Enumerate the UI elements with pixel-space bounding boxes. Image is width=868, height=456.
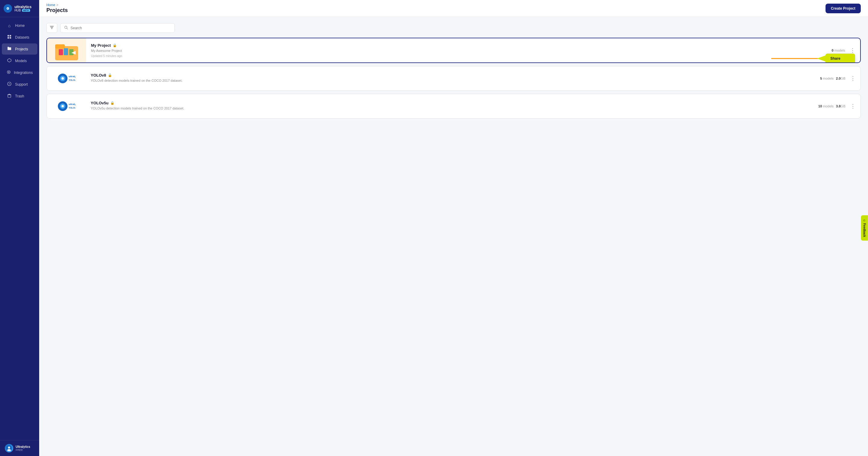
feedback-tab[interactable]: ☺ Feedback — [861, 215, 868, 241]
models-count: 0 models — [832, 49, 845, 52]
sidebar-item-datasets[interactable]: Datasets — [2, 32, 37, 43]
lock-icon: 🔒 — [110, 101, 115, 105]
project-thumbnail-yolov8: ultralytics YOLOv8 — [47, 66, 86, 90]
page-title: Projects — [46, 7, 68, 13]
more-button[interactable]: ⋮ — [848, 74, 858, 83]
storage-size: 3.8GB — [836, 104, 845, 108]
toolbar — [46, 23, 861, 33]
sidebar-item-trash-label: Trash — [15, 94, 24, 98]
table-row[interactable]: ultralytics YOLOv8 YOLOv8 🔒 YOLOv8 detec… — [46, 66, 861, 91]
project-updated: Updated 5 minutes ago — [91, 54, 827, 58]
user-name: Ultralytics — [16, 445, 30, 449]
trash-icon — [7, 93, 12, 98]
sidebar-item-home[interactable]: ⌂ Home — [2, 20, 37, 31]
sidebar-item-trash[interactable]: Trash — [2, 90, 37, 102]
share-arrow-line — [771, 58, 818, 59]
share-pointer — [817, 56, 826, 61]
datasets-icon — [7, 35, 12, 40]
project-thumbnail-yolov5u: ultralytics YOLOv5 — [47, 94, 86, 118]
card-right: 5 models 2.0GB ⋮ — [820, 74, 861, 83]
svg-rect-29 — [59, 49, 63, 55]
filter-button[interactable] — [46, 23, 57, 33]
sidebar-item-support[interactable]: ? Support — [2, 79, 37, 90]
svg-text:YOLOv8: YOLOv8 — [69, 79, 75, 81]
lock-icon: 🔒 — [108, 73, 112, 77]
project-description: YOLOv5u detection models trained on the … — [91, 107, 813, 110]
logo-icon — [4, 4, 12, 13]
svg-line-26 — [67, 28, 68, 29]
svg-rect-5 — [7, 37, 9, 38]
sidebar-item-projects[interactable]: Projects — [2, 44, 37, 55]
svg-rect-14 — [8, 95, 11, 97]
more-button[interactable]: ⋮ — [848, 102, 858, 111]
beta-badge: BETA — [22, 9, 30, 12]
card-header: YOLOv8 🔒 — [91, 73, 815, 78]
content-area: My Project 🔒 My Awesome Project Updated … — [39, 17, 868, 456]
svg-rect-6 — [10, 37, 11, 38]
project-thumbnail — [47, 38, 86, 62]
svg-text:?: ? — [8, 83, 10, 86]
share-label: Share — [830, 56, 840, 61]
sidebar-item-projects-label: Projects — [15, 47, 28, 51]
sidebar-item-models[interactable]: Models — [2, 55, 37, 66]
filter-icon — [50, 25, 54, 30]
main-content: Home > Projects Create Project — [39, 0, 868, 456]
app-name: ultralytics — [14, 5, 32, 9]
integrations-icon — [7, 70, 11, 75]
breadcrumb-path: Home > — [46, 3, 68, 7]
sidebar-item-integrations[interactable]: Integrations — [2, 67, 37, 78]
models-count: 10 models — [818, 104, 834, 108]
projects-icon — [7, 47, 12, 52]
sidebar-item-models-label: Models — [15, 59, 27, 63]
svg-rect-30 — [64, 48, 68, 55]
lock-icon: 🔒 — [113, 44, 117, 47]
card-info: YOLOv8 🔒 YOLOv8 detection models trained… — [86, 69, 820, 88]
table-row[interactable]: My Project 🔒 My Awesome Project Updated … — [46, 38, 861, 63]
svg-point-35 — [61, 77, 64, 80]
folder-illustration — [55, 41, 79, 60]
logo-area: ultralytics HUB BETA — [0, 0, 39, 17]
svg-marker-9 — [7, 58, 11, 62]
breadcrumb: Home > Projects — [46, 3, 68, 13]
breadcrumb-separator: > — [56, 3, 58, 7]
svg-point-25 — [65, 26, 67, 28]
project-description: My Awesome Project — [91, 49, 827, 53]
card-header: YOLOv5u 🔒 — [91, 101, 813, 105]
svg-point-2 — [7, 8, 8, 9]
search-input[interactable] — [70, 26, 171, 30]
create-project-button[interactable]: Create Project — [826, 4, 861, 13]
table-row[interactable]: ultralytics YOLOv5 YOLOv5u 🔒 YOLOv5u det… — [46, 94, 861, 118]
project-name: My Project — [91, 43, 111, 48]
svg-text:YOLOv5: YOLOv5 — [69, 107, 75, 109]
sidebar-nav: ⌂ Home Datasets Projects Models Integr — [0, 17, 39, 440]
project-description: YOLOv8 detection models trained on the C… — [91, 79, 815, 82]
search-box — [60, 23, 175, 33]
sidebar-item-home-label: Home — [15, 24, 25, 28]
card-info: YOLOv5u 🔒 YOLOv5u detection models train… — [86, 96, 818, 116]
storage-size: 2.0GB — [836, 77, 845, 80]
share-menu-item[interactable]: Share — [826, 54, 855, 63]
card-info: My Project 🔒 My Awesome Project Updated … — [86, 39, 832, 62]
svg-text:ultralytics: ultralytics — [69, 75, 75, 78]
top-bar: Home > Projects Create Project — [39, 0, 868, 17]
app-hub: HUB BETA — [14, 9, 32, 12]
dropdown-menu: Share Edit Delete — [825, 53, 855, 63]
svg-point-11 — [8, 72, 9, 73]
user-plan: FREE — [16, 449, 30, 452]
project-list: My Project 🔒 My Awesome Project Updated … — [46, 38, 861, 118]
ultralytics-logo-yolov8: ultralytics YOLOv8 — [57, 73, 75, 84]
breadcrumb-home[interactable]: Home — [46, 3, 55, 7]
svg-rect-4 — [10, 35, 11, 36]
models-icon — [7, 58, 12, 63]
project-name: YOLOv5u — [91, 101, 108, 105]
support-icon: ? — [7, 82, 12, 87]
svg-rect-28 — [55, 44, 65, 49]
svg-text:ultralytics: ultralytics — [69, 103, 75, 106]
svg-rect-8 — [7, 47, 9, 48]
avatar — [5, 444, 13, 452]
user-footer: Ultralytics FREE — [0, 440, 39, 456]
sidebar-item-integrations-label: Integrations — [14, 70, 33, 75]
svg-point-20 — [8, 447, 10, 449]
card-right: 10 models 3.8GB ⋮ — [818, 102, 861, 111]
ultralytics-logo-yolov5u: ultralytics YOLOv5 — [57, 101, 75, 112]
